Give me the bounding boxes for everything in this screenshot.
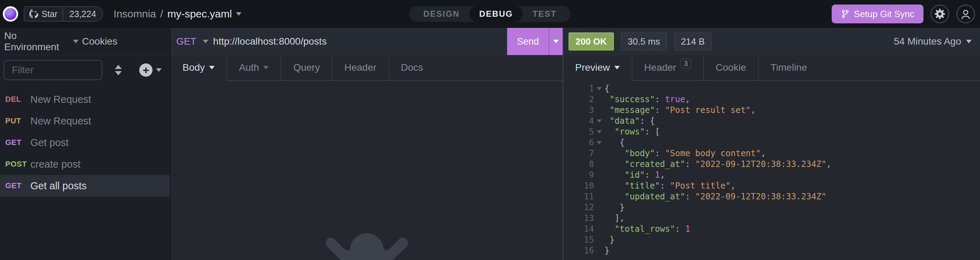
environment-label: No Environment bbox=[4, 30, 68, 52]
fold-toggle[interactable] bbox=[594, 119, 605, 123]
tab-timeline[interactable]: Timeline bbox=[759, 55, 819, 81]
response-body-preview[interactable]: 1{2 "success": true,3 "message": "Post r… bbox=[563, 81, 980, 260]
mode-tab-design[interactable]: DESIGN bbox=[414, 6, 469, 22]
tab-label: Cookie bbox=[716, 62, 746, 73]
request-method-label: GET bbox=[5, 138, 27, 147]
tab-auth[interactable]: Auth bbox=[227, 55, 281, 81]
method-selector[interactable]: GET bbox=[171, 36, 208, 47]
environment-selector[interactable]: No Environment bbox=[0, 30, 78, 52]
chevron-down-icon bbox=[203, 40, 208, 43]
code-text: } bbox=[605, 203, 625, 212]
code-token: : bbox=[655, 94, 665, 104]
code-line: 2 "success": true, bbox=[563, 94, 980, 105]
request-list-item[interactable]: GETGet post bbox=[0, 132, 170, 153]
request-tab-bar: BodyAuthQueryHeaderDocs bbox=[171, 55, 563, 81]
breadcrumb-file-name: my-spec.yaml bbox=[167, 8, 232, 20]
code-line: 1{ bbox=[563, 83, 980, 94]
method-label: GET bbox=[176, 36, 196, 47]
code-line: 5 "rows": [ bbox=[563, 126, 980, 137]
code-token: , bbox=[761, 149, 766, 158]
code-token: , bbox=[751, 105, 756, 115]
url-input[interactable]: http://localhost:8000/posts bbox=[213, 36, 327, 47]
insomnia-logo-icon[interactable] bbox=[3, 6, 18, 22]
tab-label: Preview bbox=[575, 62, 610, 73]
code-token: "created_at" bbox=[605, 159, 685, 169]
mode-tab-test[interactable]: TEST bbox=[523, 6, 566, 22]
github-star-badge[interactable]: Star 23,224 bbox=[24, 6, 103, 22]
mode-switcher: DESIGNDEBUGTEST bbox=[409, 6, 571, 22]
git-branch-icon bbox=[841, 10, 850, 19]
breadcrumb-app-name: Insomnia bbox=[113, 8, 156, 20]
fold-caret-icon bbox=[597, 87, 602, 90]
mode-tab-debug[interactable]: DEBUG bbox=[469, 6, 523, 22]
tab-header[interactable]: Header bbox=[332, 55, 388, 81]
main-area: No Environment Cookies + DELNew RequestP… bbox=[0, 28, 980, 260]
settings-button[interactable] bbox=[931, 5, 949, 23]
code-token: , bbox=[730, 181, 735, 191]
request-method-label: GET bbox=[5, 181, 27, 190]
code-token: "updated_at" bbox=[605, 192, 685, 201]
fold-toggle[interactable] bbox=[594, 86, 605, 90]
code-line: 10 "title": "Post title", bbox=[563, 180, 980, 191]
setup-git-sync-button[interactable]: Setup Git Sync bbox=[832, 5, 923, 23]
filter-input[interactable] bbox=[3, 60, 102, 80]
code-line: 4 "data": { bbox=[563, 115, 980, 126]
response-pane: 200 OK 30.5 ms 214 B 54 Minutes Ago Prev… bbox=[563, 28, 980, 260]
code-token: } bbox=[605, 203, 625, 212]
setup-git-sync-label: Setup Git Sync bbox=[854, 9, 915, 19]
line-number: 11 bbox=[563, 192, 594, 201]
code-token: "2022-09-12T20:38:33.234Z" bbox=[695, 159, 826, 169]
fold-caret-icon bbox=[597, 141, 602, 144]
gear-icon bbox=[934, 8, 946, 20]
code-text: { bbox=[605, 138, 625, 147]
send-options-button[interactable] bbox=[549, 28, 563, 55]
tab-label: Body bbox=[183, 62, 205, 73]
status-badge: 200 OK bbox=[568, 32, 614, 51]
code-token: : bbox=[660, 181, 670, 191]
code-line: 12 } bbox=[563, 202, 980, 212]
tab-preview[interactable]: Preview bbox=[563, 55, 632, 81]
tab-body[interactable]: Body bbox=[171, 55, 226, 81]
line-number: 13 bbox=[563, 213, 594, 223]
tab-label: Auth bbox=[239, 62, 259, 73]
request-list-item[interactable]: PUTNew Request bbox=[0, 110, 170, 132]
code-token: "data" bbox=[605, 116, 640, 126]
top-bar: Star 23,224 Insomnia / my-spec.yaml DESI… bbox=[0, 0, 980, 28]
tab-cookie[interactable]: Cookie bbox=[704, 55, 758, 81]
fold-toggle[interactable] bbox=[594, 130, 605, 133]
code-token: , bbox=[826, 159, 831, 169]
cookies-button[interactable]: Cookies bbox=[78, 36, 121, 47]
request-list-item[interactable]: GETGet all posts bbox=[0, 175, 170, 197]
code-token: { bbox=[605, 138, 625, 147]
send-button[interactable]: Send bbox=[507, 28, 549, 55]
code-text: "total_rows": 1 bbox=[605, 224, 690, 234]
code-text: } bbox=[605, 246, 609, 255]
chevron-down-icon bbox=[156, 68, 162, 72]
cookies-label: Cookies bbox=[82, 36, 117, 47]
line-number: 2 bbox=[563, 94, 594, 104]
request-list-item[interactable]: DELNew Request bbox=[0, 89, 170, 110]
tab-query[interactable]: Query bbox=[281, 55, 332, 81]
fold-caret-icon bbox=[597, 119, 602, 123]
account-button[interactable] bbox=[956, 5, 975, 23]
request-body-editor[interactable] bbox=[171, 81, 563, 260]
sort-icon[interactable] bbox=[115, 65, 122, 75]
code-token: , bbox=[685, 94, 690, 104]
fold-toggle[interactable] bbox=[594, 141, 605, 144]
tab-docs[interactable]: Docs bbox=[389, 55, 435, 81]
workspace-breadcrumb[interactable]: Insomnia / my-spec.yaml bbox=[113, 8, 242, 20]
tab-label: Timeline bbox=[771, 62, 807, 73]
fold-caret-icon bbox=[597, 130, 602, 133]
bowler-hat-icon bbox=[321, 228, 412, 260]
topbar-actions: Setup Git Sync bbox=[832, 5, 980, 23]
response-history-dropdown[interactable]: 54 Minutes Ago bbox=[894, 36, 972, 47]
code-line: 7 "body": "Some body content", bbox=[563, 148, 980, 159]
line-number: 16 bbox=[563, 246, 594, 255]
request-name-label: Get post bbox=[30, 137, 69, 149]
request-list-item[interactable]: POSTcreate post bbox=[0, 153, 170, 175]
github-star-button[interactable]: Star bbox=[24, 7, 63, 21]
tab-header[interactable]: Header3 bbox=[632, 55, 703, 81]
sidebar: No Environment Cookies + DELNew RequestP… bbox=[0, 28, 170, 260]
add-request-button[interactable]: + bbox=[139, 63, 162, 77]
code-text: "id": 1, bbox=[605, 170, 665, 180]
